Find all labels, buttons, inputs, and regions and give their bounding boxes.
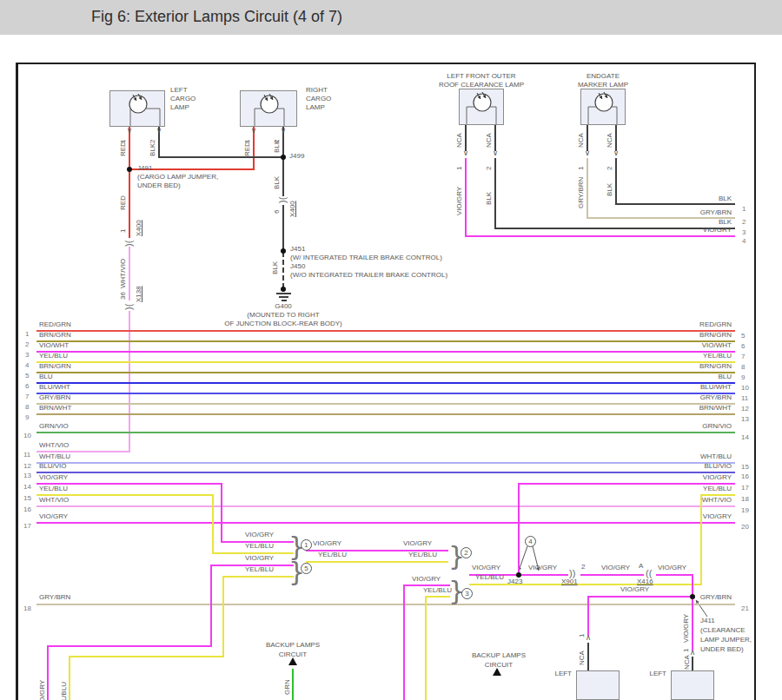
- diagram-label: CARGO: [170, 96, 196, 103]
- diagram-label: MARKER LAMP: [578, 82, 628, 89]
- diagram-label: ∨: [585, 149, 591, 158]
- diagram-label: 5: [25, 373, 29, 380]
- ground-bar: [282, 300, 287, 301]
- wire-blk: [494, 158, 496, 229]
- diagram-label: 6: [741, 343, 745, 351]
- diagram-label: 3: [742, 229, 746, 237]
- diagram-label: ∨: [493, 149, 499, 158]
- ground-bar: [276, 293, 291, 294]
- lamp-bulb-icon: [110, 91, 164, 126]
- wire-vio-gry: [403, 584, 405, 700]
- circuit-arrow-icon: [493, 668, 501, 676]
- diagram-label: (W/O INTEGRATED TRAILER BRAKE CONTROL): [290, 272, 447, 280]
- diagram-label: VIO/WHT: [39, 342, 69, 350]
- wire-red-grn: [36, 330, 735, 332]
- diagram-label: GRN: [284, 679, 292, 695]
- diagram-label: J491: [137, 165, 152, 173]
- bundle-number: 1: [301, 539, 312, 551]
- diagram-label: 1: [456, 167, 464, 170]
- diagram-label: G400: [275, 303, 292, 311]
- endgate-marker-lamp: [580, 89, 626, 125]
- diagram-label: J411: [700, 617, 715, 625]
- splice-dot: [281, 155, 286, 160]
- diagram-label: NCA: [606, 133, 614, 148]
- diagram-label: VIO/GRY: [472, 565, 500, 572]
- diagram-label: ∨: [613, 149, 620, 158]
- diagram-label: )(: [123, 241, 134, 247]
- diagram-label: VIO/GRY: [683, 614, 691, 643]
- diagram-label: YEL/BLU: [703, 485, 732, 493]
- diagram-label: BLK: [274, 176, 282, 189]
- wire-nca: [586, 125, 588, 151]
- wire-brn-grn: [36, 372, 735, 373]
- diagram-label: YEL/BLU: [475, 574, 504, 582]
- diagram-label: VIO/GRY: [528, 565, 557, 572]
- wire-gry-brn: [36, 403, 735, 405]
- diagram-canvas: LEFTCARGOLAMPRIGHTCARGOLAMP∨∨∨∨1212REDBL…: [0, 0, 782, 700]
- diagram-label: BLK: [149, 143, 157, 156]
- wire-wht-vio: [129, 247, 130, 300]
- diagram-label: J451: [290, 246, 305, 254]
- diagram-label: GRY/BRN: [39, 594, 70, 602]
- wire-vio-gry: [518, 483, 520, 576]
- diagram-label: BLU/WHT: [700, 384, 732, 392]
- wire-vio-gry: [587, 596, 589, 636]
- diagram-label: )(: [123, 304, 134, 310]
- diagram-label: 10: [23, 433, 31, 440]
- diagram-label: VIO/GRY: [601, 565, 630, 572]
- wire-red: [129, 170, 130, 238]
- diagram-label: 2: [606, 167, 614, 170]
- diagram-label: YEL/BLU: [61, 682, 69, 700]
- splice-dot: [281, 248, 286, 254]
- splice-dot: [127, 167, 132, 172]
- diagram-label: VIO/GRY: [39, 680, 47, 700]
- diagram-label: 2: [581, 564, 585, 571]
- left-lamp-partial-2: [671, 670, 714, 700]
- wire-yel-blu: [425, 596, 450, 598]
- diagram-label: ∨: [281, 127, 287, 135]
- wire-blk: [494, 228, 735, 229]
- diagram-label: YEL/BLU: [39, 485, 68, 493]
- wire-yel-blu: [69, 656, 224, 657]
- diagram-label: )(: [277, 197, 288, 203]
- diagram-label: WHT/VIO: [120, 259, 128, 288]
- diagram-label: BRN/GRN: [699, 332, 732, 340]
- diagram-label: 36: [120, 292, 128, 300]
- lamp-bulb-icon: [581, 89, 625, 124]
- wire-vio-gry: [221, 483, 222, 543]
- diagram-label: YEL/BLU: [318, 551, 347, 559]
- diagram-label: BLK: [272, 261, 280, 274]
- diagram-label: RED: [120, 195, 128, 210]
- diagram-label: 6: [25, 383, 29, 391]
- diagram-label: 1: [578, 167, 586, 170]
- diagram-label: LEFT: [554, 670, 572, 678]
- bundle-number: 2: [461, 547, 472, 558]
- wire-vio-gry: [47, 645, 49, 700]
- diagram-label: VIO/GRY: [39, 474, 68, 482]
- bundle-number: 5: [301, 563, 312, 574]
- diagram-label: BLU: [39, 373, 53, 381]
- diagram-label: VIO/WHT: [702, 342, 732, 350]
- diagram-label: VIO/GRY: [245, 532, 274, 539]
- diagram-label: 7: [25, 393, 29, 401]
- diagram-label: 8: [25, 404, 29, 412]
- diagram-label: 2: [486, 167, 494, 170]
- diagram-label: 3: [25, 352, 29, 360]
- diagram-label: VIO/GRY: [39, 513, 68, 521]
- diagram-label: (MOUNTED TO RIGHT: [247, 312, 319, 320]
- diagram-label: 17: [741, 485, 749, 492]
- diagram-label: J450: [290, 263, 305, 271]
- diagram-label: LAMP JUMPER,: [700, 637, 752, 644]
- diagram-label: 4: [742, 238, 746, 246]
- diagram-label: 16: [741, 473, 749, 481]
- diagram-label: 5: [741, 333, 745, 340]
- wire-blk: [282, 205, 284, 252]
- diagram-label: 6: [274, 210, 282, 214]
- wire-blk: [158, 156, 284, 158]
- diagram-label: 8: [741, 364, 745, 372]
- diagram-label: 21: [741, 605, 749, 613]
- diagram-label: NCA: [684, 655, 692, 670]
- diagram-label: (W/ INTEGRATED TRAILER BRAKE CONTROL): [290, 254, 442, 262]
- wire-yel-blu: [36, 361, 735, 363]
- wire-blu: [36, 382, 735, 384]
